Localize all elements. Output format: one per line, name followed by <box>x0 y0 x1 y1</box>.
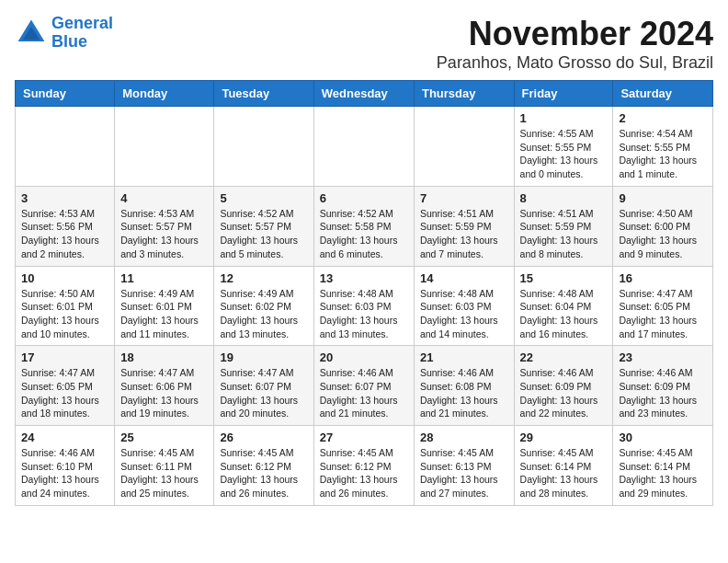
day-number: 1 <box>520 111 608 125</box>
calendar-cell: 3Sunrise: 4:53 AMSunset: 5:56 PMDaylight… <box>16 186 115 266</box>
day-info: Sunrise: 4:52 AMSunset: 5:57 PMDaylight:… <box>220 207 307 261</box>
day-info: Sunrise: 4:45 AMSunset: 6:12 PMDaylight:… <box>320 446 408 500</box>
calendar-cell: 8Sunrise: 4:51 AMSunset: 5:59 PMDaylight… <box>514 186 613 266</box>
calendar-cell: 14Sunrise: 4:48 AMSunset: 6:03 PMDayligh… <box>414 266 514 346</box>
calendar-cell: 16Sunrise: 4:47 AMSunset: 6:05 PMDayligh… <box>613 266 713 346</box>
day-info: Sunrise: 4:48 AMSunset: 6:03 PMDaylight:… <box>420 287 508 341</box>
calendar-cell: 28Sunrise: 4:45 AMSunset: 6:13 PMDayligh… <box>414 426 514 506</box>
day-info: Sunrise: 4:53 AMSunset: 5:56 PMDaylight:… <box>21 207 108 261</box>
calendar-cell: 13Sunrise: 4:48 AMSunset: 6:03 PMDayligh… <box>313 266 414 346</box>
calendar-cell: 25Sunrise: 4:45 AMSunset: 6:11 PMDayligh… <box>115 426 214 506</box>
day-number: 9 <box>619 191 707 205</box>
day-info: Sunrise: 4:50 AMSunset: 6:01 PMDaylight:… <box>21 287 108 341</box>
day-number: 10 <box>21 271 108 285</box>
calendar-cell: 15Sunrise: 4:48 AMSunset: 6:04 PMDayligh… <box>514 266 613 346</box>
day-number: 18 <box>120 350 208 364</box>
calendar-cell: 18Sunrise: 4:47 AMSunset: 6:06 PMDayligh… <box>115 346 214 426</box>
calendar-cell: 30Sunrise: 4:45 AMSunset: 6:14 PMDayligh… <box>613 426 713 506</box>
day-number: 4 <box>120 191 208 205</box>
day-info: Sunrise: 4:49 AMSunset: 6:02 PMDaylight:… <box>220 287 307 341</box>
day-info: Sunrise: 4:48 AMSunset: 6:03 PMDaylight:… <box>320 287 408 341</box>
day-info: Sunrise: 4:46 AMSunset: 6:10 PMDaylight:… <box>21 446 108 500</box>
day-number: 8 <box>520 191 608 205</box>
calendar-cell: 23Sunrise: 4:46 AMSunset: 6:09 PMDayligh… <box>613 346 713 426</box>
weekday-header-thursday: Thursday <box>414 81 514 107</box>
day-number: 2 <box>619 111 707 125</box>
weekday-header-monday: Monday <box>115 81 214 107</box>
day-info: Sunrise: 4:54 AMSunset: 5:55 PMDaylight:… <box>619 127 707 181</box>
calendar-cell: 17Sunrise: 4:47 AMSunset: 6:05 PMDayligh… <box>16 346 115 426</box>
day-number: 5 <box>220 191 307 205</box>
calendar-cell: 10Sunrise: 4:50 AMSunset: 6:01 PMDayligh… <box>16 266 115 346</box>
day-number: 6 <box>320 191 408 205</box>
weekday-header-sunday: Sunday <box>16 81 115 107</box>
calendar-cell <box>214 107 313 187</box>
day-info: Sunrise: 4:46 AMSunset: 6:09 PMDaylight:… <box>520 366 608 420</box>
location-title: Paranhos, Mato Grosso do Sul, Brazil <box>437 53 713 73</box>
calendar-cell: 6Sunrise: 4:52 AMSunset: 5:58 PMDaylight… <box>313 186 414 266</box>
day-number: 21 <box>420 350 508 364</box>
day-info: Sunrise: 4:48 AMSunset: 6:04 PMDaylight:… <box>520 287 608 341</box>
day-number: 29 <box>520 431 608 444</box>
calendar-cell: 2Sunrise: 4:54 AMSunset: 5:55 PMDaylight… <box>613 107 713 187</box>
logo-text: General Blue <box>51 15 113 52</box>
day-number: 26 <box>220 431 307 444</box>
day-number: 13 <box>320 271 408 285</box>
day-number: 15 <box>520 271 608 285</box>
calendar-cell <box>414 107 514 187</box>
day-number: 19 <box>220 350 307 364</box>
day-info: Sunrise: 4:51 AMSunset: 5:59 PMDaylight:… <box>520 207 608 261</box>
calendar-cell: 12Sunrise: 4:49 AMSunset: 6:02 PMDayligh… <box>214 266 313 346</box>
calendar-cell: 21Sunrise: 4:46 AMSunset: 6:08 PMDayligh… <box>414 346 514 426</box>
day-info: Sunrise: 4:45 AMSunset: 6:13 PMDaylight:… <box>420 446 508 500</box>
calendar-cell: 7Sunrise: 4:51 AMSunset: 5:59 PMDaylight… <box>414 186 514 266</box>
day-info: Sunrise: 4:46 AMSunset: 6:07 PMDaylight:… <box>320 366 408 420</box>
calendar-cell: 24Sunrise: 4:46 AMSunset: 6:10 PMDayligh… <box>16 426 115 506</box>
day-number: 28 <box>420 431 508 444</box>
day-info: Sunrise: 4:45 AMSunset: 6:14 PMDaylight:… <box>520 446 608 500</box>
calendar-cell: 1Sunrise: 4:55 AMSunset: 5:55 PMDaylight… <box>514 107 613 187</box>
calendar-cell <box>16 107 115 187</box>
day-info: Sunrise: 4:50 AMSunset: 6:00 PMDaylight:… <box>619 207 707 261</box>
month-title: November 2024 <box>437 15 713 53</box>
day-number: 23 <box>619 350 707 364</box>
day-info: Sunrise: 4:45 AMSunset: 6:11 PMDaylight:… <box>120 446 208 500</box>
day-number: 7 <box>420 191 508 205</box>
calendar-cell: 19Sunrise: 4:47 AMSunset: 6:07 PMDayligh… <box>214 346 313 426</box>
day-number: 20 <box>320 350 408 364</box>
day-number: 14 <box>420 271 508 285</box>
calendar-cell: 4Sunrise: 4:53 AMSunset: 5:57 PMDaylight… <box>115 186 214 266</box>
day-info: Sunrise: 4:45 AMSunset: 6:12 PMDaylight:… <box>220 446 307 500</box>
calendar-week-4: 17Sunrise: 4:47 AMSunset: 6:05 PMDayligh… <box>16 346 713 426</box>
day-number: 24 <box>21 431 108 444</box>
day-number: 12 <box>220 271 307 285</box>
day-number: 25 <box>120 431 208 444</box>
calendar-week-3: 10Sunrise: 4:50 AMSunset: 6:01 PMDayligh… <box>16 266 713 346</box>
title-block: November 2024 Paranhos, Mato Grosso do S… <box>437 15 713 73</box>
logo-icon <box>15 17 48 50</box>
calendar-week-1: 1Sunrise: 4:55 AMSunset: 5:55 PMDaylight… <box>16 107 713 187</box>
calendar-cell <box>313 107 414 187</box>
calendar-cell: 11Sunrise: 4:49 AMSunset: 6:01 PMDayligh… <box>115 266 214 346</box>
day-info: Sunrise: 4:46 AMSunset: 6:08 PMDaylight:… <box>420 366 508 420</box>
calendar-cell: 20Sunrise: 4:46 AMSunset: 6:07 PMDayligh… <box>313 346 414 426</box>
calendar-cell: 27Sunrise: 4:45 AMSunset: 6:12 PMDayligh… <box>313 426 414 506</box>
weekday-header-saturday: Saturday <box>613 81 713 107</box>
day-number: 16 <box>619 271 707 285</box>
day-info: Sunrise: 4:45 AMSunset: 6:14 PMDaylight:… <box>619 446 707 500</box>
calendar-week-5: 24Sunrise: 4:46 AMSunset: 6:10 PMDayligh… <box>16 426 713 506</box>
weekday-header-tuesday: Tuesday <box>214 81 313 107</box>
calendar-cell: 26Sunrise: 4:45 AMSunset: 6:12 PMDayligh… <box>214 426 313 506</box>
day-number: 17 <box>21 350 108 364</box>
day-number: 27 <box>320 431 408 444</box>
day-info: Sunrise: 4:52 AMSunset: 5:58 PMDaylight:… <box>320 207 408 261</box>
logo: General Blue <box>15 15 113 52</box>
day-info: Sunrise: 4:51 AMSunset: 5:59 PMDaylight:… <box>420 207 508 261</box>
day-info: Sunrise: 4:47 AMSunset: 6:05 PMDaylight:… <box>619 287 707 341</box>
day-info: Sunrise: 4:46 AMSunset: 6:09 PMDaylight:… <box>619 366 707 420</box>
calendar-cell <box>115 107 214 187</box>
weekday-header-friday: Friday <box>514 81 613 107</box>
day-number: 22 <box>520 350 608 364</box>
day-info: Sunrise: 4:47 AMSunset: 6:06 PMDaylight:… <box>120 366 208 420</box>
day-number: 3 <box>21 191 108 205</box>
